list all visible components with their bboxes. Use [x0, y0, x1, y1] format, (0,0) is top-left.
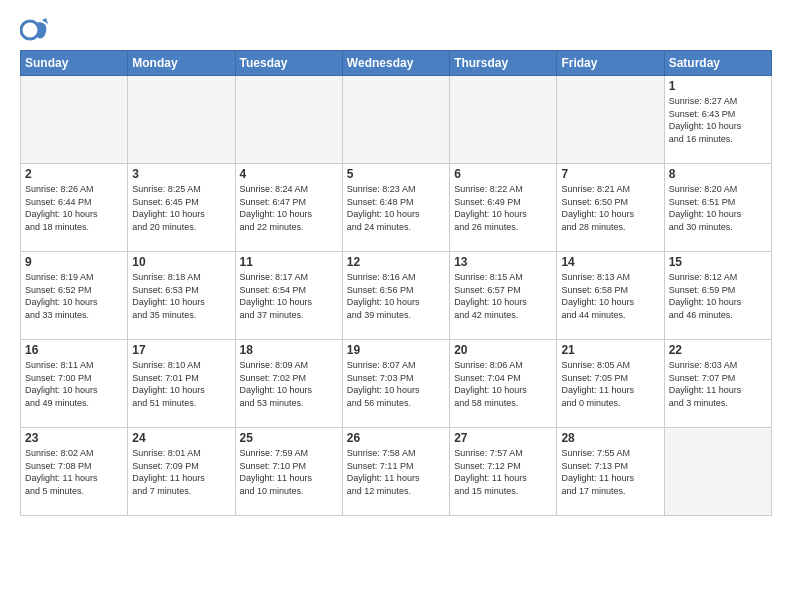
day-info: Sunrise: 8:13 AM Sunset: 6:58 PM Dayligh…	[561, 271, 659, 321]
day-cell: 19Sunrise: 8:07 AM Sunset: 7:03 PM Dayli…	[342, 340, 449, 428]
day-number: 21	[561, 343, 659, 357]
day-cell: 7Sunrise: 8:21 AM Sunset: 6:50 PM Daylig…	[557, 164, 664, 252]
weekday-header-friday: Friday	[557, 51, 664, 76]
day-number: 14	[561, 255, 659, 269]
svg-point-0	[21, 21, 39, 39]
day-number: 11	[240, 255, 338, 269]
day-number: 2	[25, 167, 123, 181]
day-cell: 28Sunrise: 7:55 AM Sunset: 7:13 PM Dayli…	[557, 428, 664, 516]
day-info: Sunrise: 8:03 AM Sunset: 7:07 PM Dayligh…	[669, 359, 767, 409]
day-cell: 1Sunrise: 8:27 AM Sunset: 6:43 PM Daylig…	[664, 76, 771, 164]
day-number: 17	[132, 343, 230, 357]
day-info: Sunrise: 8:11 AM Sunset: 7:00 PM Dayligh…	[25, 359, 123, 409]
day-number: 19	[347, 343, 445, 357]
day-number: 28	[561, 431, 659, 445]
day-info: Sunrise: 8:26 AM Sunset: 6:44 PM Dayligh…	[25, 183, 123, 233]
day-cell: 26Sunrise: 7:58 AM Sunset: 7:11 PM Dayli…	[342, 428, 449, 516]
day-info: Sunrise: 8:18 AM Sunset: 6:53 PM Dayligh…	[132, 271, 230, 321]
day-info: Sunrise: 7:58 AM Sunset: 7:11 PM Dayligh…	[347, 447, 445, 497]
day-number: 7	[561, 167, 659, 181]
day-cell: 23Sunrise: 8:02 AM Sunset: 7:08 PM Dayli…	[21, 428, 128, 516]
day-number: 15	[669, 255, 767, 269]
day-info: Sunrise: 8:06 AM Sunset: 7:04 PM Dayligh…	[454, 359, 552, 409]
day-cell: 10Sunrise: 8:18 AM Sunset: 6:53 PM Dayli…	[128, 252, 235, 340]
day-number: 18	[240, 343, 338, 357]
logo	[20, 16, 52, 44]
day-cell: 3Sunrise: 8:25 AM Sunset: 6:45 PM Daylig…	[128, 164, 235, 252]
logo-icon	[20, 16, 48, 44]
calendar: SundayMondayTuesdayWednesdayThursdayFrid…	[20, 50, 772, 516]
day-info: Sunrise: 8:27 AM Sunset: 6:43 PM Dayligh…	[669, 95, 767, 145]
day-cell	[235, 76, 342, 164]
day-info: Sunrise: 8:17 AM Sunset: 6:54 PM Dayligh…	[240, 271, 338, 321]
day-number: 6	[454, 167, 552, 181]
day-number: 1	[669, 79, 767, 93]
day-number: 24	[132, 431, 230, 445]
day-cell: 5Sunrise: 8:23 AM Sunset: 6:48 PM Daylig…	[342, 164, 449, 252]
day-number: 26	[347, 431, 445, 445]
day-number: 5	[347, 167, 445, 181]
day-number: 13	[454, 255, 552, 269]
day-number: 3	[132, 167, 230, 181]
day-cell: 16Sunrise: 8:11 AM Sunset: 7:00 PM Dayli…	[21, 340, 128, 428]
day-info: Sunrise: 8:15 AM Sunset: 6:57 PM Dayligh…	[454, 271, 552, 321]
day-info: Sunrise: 8:09 AM Sunset: 7:02 PM Dayligh…	[240, 359, 338, 409]
day-info: Sunrise: 8:02 AM Sunset: 7:08 PM Dayligh…	[25, 447, 123, 497]
day-cell: 4Sunrise: 8:24 AM Sunset: 6:47 PM Daylig…	[235, 164, 342, 252]
day-cell: 12Sunrise: 8:16 AM Sunset: 6:56 PM Dayli…	[342, 252, 449, 340]
weekday-header-wednesday: Wednesday	[342, 51, 449, 76]
day-number: 12	[347, 255, 445, 269]
day-info: Sunrise: 8:19 AM Sunset: 6:52 PM Dayligh…	[25, 271, 123, 321]
day-info: Sunrise: 8:25 AM Sunset: 6:45 PM Dayligh…	[132, 183, 230, 233]
day-number: 9	[25, 255, 123, 269]
day-info: Sunrise: 8:20 AM Sunset: 6:51 PM Dayligh…	[669, 183, 767, 233]
day-info: Sunrise: 7:57 AM Sunset: 7:12 PM Dayligh…	[454, 447, 552, 497]
day-info: Sunrise: 8:10 AM Sunset: 7:01 PM Dayligh…	[132, 359, 230, 409]
day-cell: 20Sunrise: 8:06 AM Sunset: 7:04 PM Dayli…	[450, 340, 557, 428]
day-cell: 15Sunrise: 8:12 AM Sunset: 6:59 PM Dayli…	[664, 252, 771, 340]
header	[20, 16, 772, 44]
day-info: Sunrise: 7:55 AM Sunset: 7:13 PM Dayligh…	[561, 447, 659, 497]
day-cell: 11Sunrise: 8:17 AM Sunset: 6:54 PM Dayli…	[235, 252, 342, 340]
day-cell	[450, 76, 557, 164]
day-cell: 24Sunrise: 8:01 AM Sunset: 7:09 PM Dayli…	[128, 428, 235, 516]
day-cell: 8Sunrise: 8:20 AM Sunset: 6:51 PM Daylig…	[664, 164, 771, 252]
day-cell	[557, 76, 664, 164]
day-info: Sunrise: 8:05 AM Sunset: 7:05 PM Dayligh…	[561, 359, 659, 409]
day-cell: 18Sunrise: 8:09 AM Sunset: 7:02 PM Dayli…	[235, 340, 342, 428]
week-row-1: 1Sunrise: 8:27 AM Sunset: 6:43 PM Daylig…	[21, 76, 772, 164]
day-info: Sunrise: 8:07 AM Sunset: 7:03 PM Dayligh…	[347, 359, 445, 409]
day-info: Sunrise: 7:59 AM Sunset: 7:10 PM Dayligh…	[240, 447, 338, 497]
day-number: 25	[240, 431, 338, 445]
day-number: 16	[25, 343, 123, 357]
day-cell	[664, 428, 771, 516]
day-cell: 21Sunrise: 8:05 AM Sunset: 7:05 PM Dayli…	[557, 340, 664, 428]
day-number: 8	[669, 167, 767, 181]
day-number: 10	[132, 255, 230, 269]
day-cell: 6Sunrise: 8:22 AM Sunset: 6:49 PM Daylig…	[450, 164, 557, 252]
weekday-header-monday: Monday	[128, 51, 235, 76]
week-row-3: 9Sunrise: 8:19 AM Sunset: 6:52 PM Daylig…	[21, 252, 772, 340]
day-cell	[342, 76, 449, 164]
day-number: 23	[25, 431, 123, 445]
day-cell: 27Sunrise: 7:57 AM Sunset: 7:12 PM Dayli…	[450, 428, 557, 516]
week-row-5: 23Sunrise: 8:02 AM Sunset: 7:08 PM Dayli…	[21, 428, 772, 516]
day-cell: 9Sunrise: 8:19 AM Sunset: 6:52 PM Daylig…	[21, 252, 128, 340]
week-row-2: 2Sunrise: 8:26 AM Sunset: 6:44 PM Daylig…	[21, 164, 772, 252]
day-number: 4	[240, 167, 338, 181]
page: SundayMondayTuesdayWednesdayThursdayFrid…	[0, 0, 792, 526]
day-cell: 25Sunrise: 7:59 AM Sunset: 7:10 PM Dayli…	[235, 428, 342, 516]
day-info: Sunrise: 8:24 AM Sunset: 6:47 PM Dayligh…	[240, 183, 338, 233]
week-row-4: 16Sunrise: 8:11 AM Sunset: 7:00 PM Dayli…	[21, 340, 772, 428]
day-cell: 22Sunrise: 8:03 AM Sunset: 7:07 PM Dayli…	[664, 340, 771, 428]
weekday-header-thursday: Thursday	[450, 51, 557, 76]
weekday-header-row: SundayMondayTuesdayWednesdayThursdayFrid…	[21, 51, 772, 76]
day-cell	[21, 76, 128, 164]
day-cell: 13Sunrise: 8:15 AM Sunset: 6:57 PM Dayli…	[450, 252, 557, 340]
weekday-header-saturday: Saturday	[664, 51, 771, 76]
day-info: Sunrise: 8:01 AM Sunset: 7:09 PM Dayligh…	[132, 447, 230, 497]
day-cell	[128, 76, 235, 164]
day-cell: 2Sunrise: 8:26 AM Sunset: 6:44 PM Daylig…	[21, 164, 128, 252]
day-info: Sunrise: 8:12 AM Sunset: 6:59 PM Dayligh…	[669, 271, 767, 321]
day-number: 22	[669, 343, 767, 357]
